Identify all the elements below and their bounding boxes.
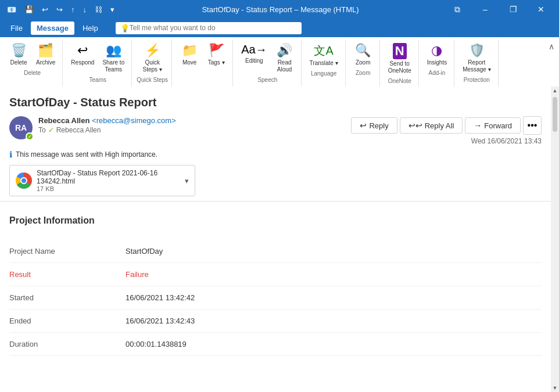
menu-help[interactable]: Help <box>77 21 104 35</box>
sender-to: To ✓ Rebecca Allen <box>38 126 176 134</box>
undo-icon[interactable]: ↩ <box>40 4 51 15</box>
zoom-button[interactable]: 🔍 Zoom <box>350 41 376 69</box>
translate-button[interactable]: 文A Translate ▾ <box>306 41 342 69</box>
verified-icon: ✓ <box>48 126 54 134</box>
teams-group-label: Teams <box>89 77 106 84</box>
onenote-icon: N <box>393 43 407 59</box>
table-row: Result Failure <box>9 263 542 286</box>
quick-steps-button[interactable]: ⚡ QuickSteps ▾ <box>139 41 165 75</box>
reply-all-icon: ↩↩ <box>408 121 422 130</box>
menu-file[interactable]: File <box>5 21 28 35</box>
up-icon[interactable]: ↑ <box>69 4 77 15</box>
info-icon: ℹ <box>9 150 12 159</box>
ribbon-group-speech: Aa→ Editing 🔊 ReadAloud Speech <box>234 39 301 87</box>
dropdown-icon[interactable]: ▾ <box>108 4 117 15</box>
respond-button[interactable]: ↩ Respond <box>67 41 98 69</box>
ribbon: 🗑️ Delete 🗂️ Archive Delete ↩ Respond <box>0 37 559 87</box>
language-group-label: Language <box>311 70 337 78</box>
reply-button[interactable]: ↩ Reply <box>351 117 397 134</box>
scrollbar[interactable]: ▲ ▼ <box>551 87 559 392</box>
attachment-chevron-icon: ▾ <box>185 177 189 185</box>
label-ended: Ended <box>9 310 126 333</box>
avatar: RA ✓ <box>9 116 33 139</box>
menu-bar: File Message Help 💡 <box>0 19 559 37</box>
archive-button[interactable]: 🗂️ Archive <box>33 41 59 69</box>
read-aloud-button[interactable]: 🔊 ReadAloud <box>272 41 298 75</box>
search-input[interactable] <box>130 24 297 32</box>
ribbon-collapse-button[interactable]: ∧ <box>549 42 554 51</box>
redo-icon[interactable]: ↪ <box>54 4 65 15</box>
lightbulb-icon: 💡 <box>120 24 130 33</box>
report-message-button[interactable]: 🛡️ ReportMessage ▾ <box>459 41 494 75</box>
more-actions-button[interactable]: ••• <box>523 116 542 135</box>
forward-button[interactable]: → Forward <box>465 117 521 134</box>
sender-email[interactable]: <rebecca@simego.com> <box>92 116 176 125</box>
sender-info: RA ✓ Rebecca Allen <rebecca@simego.com> … <box>9 116 176 139</box>
window-maximize-button[interactable]: ❐ <box>500 0 526 19</box>
insights-button[interactable]: ◑ Insights <box>424 41 450 69</box>
label-result: Result <box>9 263 126 286</box>
window-minimize-button[interactable]: – <box>472 0 499 19</box>
editing-icon: Aa→ <box>241 43 267 56</box>
move-button[interactable]: 📁 Move <box>177 41 202 69</box>
action-area: ↩ Reply ↩↩ Reply All → Forward <box>351 116 542 145</box>
speech-group-label: Speech <box>257 77 277 84</box>
action-buttons: ↩ Reply ↩↩ Reply All → Forward <box>351 116 542 135</box>
tags-icon: 🚩 <box>209 43 224 58</box>
email-body: Project Information Project Name StartOf… <box>0 202 551 370</box>
scroll-up-button[interactable]: ▲ <box>551 87 559 95</box>
ribbon-group-protection: 🛡️ ReportMessage ▾ Protection <box>456 39 498 87</box>
tags-button[interactable]: 🚩 Tags ▾ <box>203 41 229 69</box>
more-icon[interactable]: ⛓ <box>92 4 105 15</box>
table-row: Duration 00:00:01.1438819 <box>9 333 542 356</box>
window-restore-button[interactable]: ⧉ <box>444 0 471 19</box>
delete-icon: 🗑️ <box>11 43 27 58</box>
move-icon: 📁 <box>182 43 198 58</box>
delete-button[interactable]: 🗑️ Delete <box>6 41 31 69</box>
value-ended: 16/06/2021 13:42:43 <box>126 310 542 333</box>
save-icon[interactable]: 💾 <box>22 4 36 15</box>
sender-details: Rebecca Allen <rebecca@simego.com> To ✓ … <box>38 116 176 134</box>
addin-group-label: Add-in <box>429 70 446 77</box>
importance-notice: ℹ This message was sent with High import… <box>9 150 542 159</box>
down-icon[interactable]: ↓ <box>81 4 89 15</box>
window-title: StartOfDay - Status Report – Message (HT… <box>117 5 444 14</box>
sender-name: Rebecca Allen <rebecca@simego.com> <box>38 116 176 125</box>
attachment-name: StartOfDay - Status Report 2021-06-16 13… <box>37 169 180 185</box>
email-subject: StartOfDay - Status Report <box>9 96 542 109</box>
title-bar-left: 📧 💾 ↩ ↪ ↑ ↓ ⛓ ▾ <box>5 4 117 15</box>
editing-button[interactable]: Aa→ Editing <box>238 41 270 67</box>
scrollbar-thumb[interactable] <box>553 97 557 132</box>
value-result: Failure <box>126 263 542 286</box>
insights-icon: ◑ <box>431 43 442 58</box>
zoom-group-label: Zoom <box>356 70 371 77</box>
email-header: StartOfDay - Status Report RA ✓ Rebecca … <box>0 87 551 202</box>
menu-message[interactable]: Message <box>31 21 74 35</box>
reply-icon: ↩ <box>360 121 367 130</box>
forward-icon: → <box>474 121 482 130</box>
table-row: Ended 16/06/2021 13:42:43 <box>9 310 542 333</box>
archive-icon: 🗂️ <box>38 43 53 58</box>
attachment-size: 17 KB <box>37 185 180 192</box>
ribbon-group-addin: ◑ Insights Add-in <box>420 39 454 87</box>
window-controls: ⧉ – ❐ ✕ <box>444 0 554 19</box>
value-started: 16/06/2021 13:42:42 <box>126 286 542 310</box>
protection-group-label: Protection <box>464 77 490 84</box>
window-close-button[interactable]: ✕ <box>528 0 554 19</box>
share-teams-button[interactable]: 👥 Share toTeams <box>99 41 128 75</box>
ribbon-group-zoom: 🔍 Zoom Zoom <box>347 39 380 87</box>
attachment-info: StartOfDay - Status Report 2021-06-16 13… <box>37 169 180 192</box>
send-onenote-button[interactable]: N Send toOneNote <box>385 41 415 77</box>
reply-all-button[interactable]: ↩↩ Reply All <box>400 117 463 134</box>
email-meta: RA ✓ Rebecca Allen <rebecca@simego.com> … <box>9 116 542 145</box>
body-heading: Project Information <box>9 215 542 226</box>
ribbon-group-respond: ↩ Respond 👥 Share toTeams Teams <box>64 39 132 87</box>
quicksteps-group-label: Quick Steps <box>137 77 168 84</box>
onenote-group-label: OneNote <box>388 78 411 85</box>
attachment[interactable]: StartOfDay - Status Report 2021-06-16 13… <box>9 165 195 196</box>
ribbon-group-language: 文A Translate ▾ Language <box>303 39 346 87</box>
scroll-down-button[interactable]: ▼ <box>551 384 559 392</box>
search-bar[interactable]: 💡 <box>116 22 302 34</box>
ribbon-content: 🗑️ Delete 🗂️ Archive Delete ↩ Respond <box>0 37 559 87</box>
title-bar: 📧 💾 ↩ ↪ ↑ ↓ ⛓ ▾ StartOfDay - Status Repo… <box>0 0 559 19</box>
